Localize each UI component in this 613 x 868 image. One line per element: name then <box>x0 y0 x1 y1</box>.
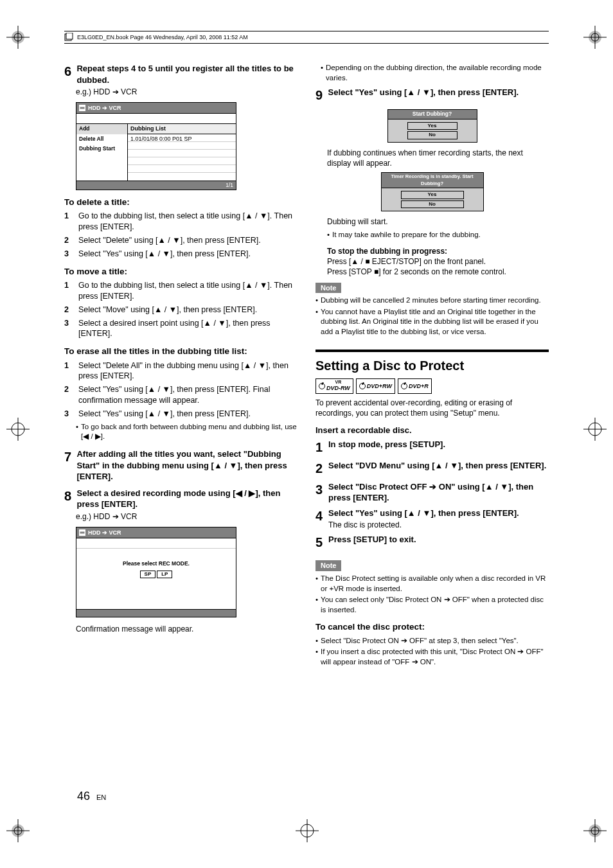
side-add: Add <box>76 124 127 134</box>
badge-dvd-rw: VRDVD-RW <box>315 378 353 393</box>
note-label: Note <box>315 283 341 294</box>
protect-step-5: 5 Press [SETUP] to exit. <box>315 534 549 551</box>
erase-steps: 1Select "Delete All" in the dubbing menu… <box>64 360 298 420</box>
step-text: After adding all the titles you want, se… <box>76 448 296 483</box>
timer-standby-dialog: Timer Recording is in standby. Start Dub… <box>381 172 484 211</box>
stop-line2: Press [STOP ■] for 2 seconds on the remo… <box>327 267 549 277</box>
crop-mark-bottom-left <box>6 819 30 842</box>
protect-intro: To prevent accidental over-recording, ed… <box>315 398 549 418</box>
left-column: 6 Repeat steps 4 to 5 until you register… <box>64 63 298 668</box>
stop-dubbing-head: To stop the dubbing in progress: <box>327 246 549 256</box>
top-bullet: •Depending on the dubbing direction, the… <box>321 63 549 83</box>
screen-titlebar: HDD ➔ VCR <box>76 527 236 538</box>
book-icon <box>64 33 73 42</box>
cancel-protect-head: To cancel the disc protect: <box>315 621 549 633</box>
step8-example: e.g.) HDD ➔ VCR <box>76 511 298 522</box>
step-number: 9 <box>315 87 326 104</box>
stop-line1: Press [▲ / ■ EJECT/STOP] on the front pa… <box>327 256 549 267</box>
step6-example: e.g.) HDD ➔ VCR <box>76 87 298 97</box>
hdd-icon <box>79 105 85 111</box>
rec-mode-screen: HDD ➔ VCR Please select REC MODE. SP LP <box>76 527 236 617</box>
move-title-head: To move a title: <box>64 266 298 278</box>
crop-mark-top-right <box>583 26 607 49</box>
erase-head: To erase all the titles in the dubbing t… <box>64 346 298 357</box>
disc-icon <box>359 383 366 389</box>
dubbing-list-row: 1.01/01/08 0:00 P01 SP <box>128 134 236 142</box>
insert-disc: Insert a recordable disc. <box>315 425 549 436</box>
dub-start-bullet: •It may take awhile to prepare for the d… <box>327 230 549 240</box>
svg-rect-28 <box>80 107 85 109</box>
cancel-list: •Select "Disc Protect ON ➔ OFF" at step … <box>315 636 549 668</box>
screen-titlebar: HDD ➔ VCR <box>76 103 236 114</box>
step-6: 6 Repeat steps 4 to 5 until you register… <box>64 63 298 97</box>
badge-dvd-plus-rw: DVD+RW <box>356 378 395 393</box>
dubbing-will-start: Dubbing will start. <box>327 217 549 227</box>
crop-mark-bottom-center <box>296 819 319 842</box>
step-text: Repeat steps 4 to 5 until you register a… <box>76 63 296 85</box>
side-delete-all: Delete All <box>76 134 127 144</box>
start-dubbing-dialog: Start Dubbing? Yes No <box>387 109 477 143</box>
page-number: 46 EN <box>77 788 106 804</box>
protect-step-2: 2 Select "DVD Menu" using [▲ / ▼], then … <box>315 460 549 477</box>
step-8: 8 Select a desired recording mode using … <box>64 488 298 522</box>
crop-mark-bottom-right <box>583 819 607 842</box>
dialog-header: Timer Recording is in standby. Start Dub… <box>382 173 483 188</box>
disc-icon <box>401 383 407 389</box>
step-9: 9 Select "Yes" using [▲ / ▼], then press… <box>315 87 549 104</box>
mode-sp: SP <box>140 571 156 579</box>
crop-mark-mid-right <box>583 418 607 441</box>
step-text: Select a desired recording mode using [◀… <box>76 488 296 510</box>
badge-dvd-plus-r: DVD+R <box>398 378 432 393</box>
protect-step-1: 1 In stop mode, press [SETUP]. <box>315 439 549 456</box>
crop-mark-mid-left <box>6 418 30 441</box>
note-list-2: •The Disc Protect setting is available o… <box>315 574 549 615</box>
screen-title: HDD ➔ VCR <box>88 104 121 112</box>
side-dubbing-start: Dubbing Start <box>76 144 127 154</box>
move-steps: 1Go to the dubbing list, then select a t… <box>64 280 298 339</box>
step-text: Select "Yes" using [▲ / ▼], then press [… <box>328 87 547 98</box>
rec-mode-msg: Please select REC MODE. <box>79 560 233 567</box>
step-number: 7 <box>64 448 75 466</box>
crop-mark-top-left <box>6 26 30 49</box>
dialog-yes: Yes <box>407 122 458 130</box>
protect-step-3: 3 Select "Disc Protect OFF ➔ ON" using [… <box>315 481 549 504</box>
erase-note: •To go back and forth between dubbing me… <box>76 422 298 442</box>
step-number: 8 <box>64 488 75 505</box>
dialog-no: No <box>407 131 458 139</box>
step-number: 6 <box>64 63 75 80</box>
dubbing-list-header: Dubbing List <box>128 124 236 134</box>
dialog-header: Start Dubbing? <box>388 110 477 119</box>
disc-icon <box>319 383 325 389</box>
page: E3LG0ED_EN.book Page 46 Wednesday, April… <box>0 0 613 868</box>
right-column: •Depending on the dubbing direction, the… <box>315 63 549 668</box>
header-book-info: E3LG0ED_EN.book Page 46 Wednesday, April… <box>64 31 549 44</box>
note-list-1: •Dubbing will be cancelled 2 minutes bef… <box>315 296 549 337</box>
dubbing-list-screen: HDD ➔ VCR Add Delete All Dubbing Start D… <box>76 102 236 190</box>
mode-lp: LP <box>157 571 172 579</box>
hdd-icon <box>79 529 85 536</box>
header-text: E3LG0ED_EN.book Page 46 Wednesday, April… <box>77 33 248 41</box>
dialog-yes: Yes <box>401 191 464 199</box>
after-dialog1: If dubbing continues when timer recordin… <box>327 148 549 168</box>
note-label-2: Note <box>315 560 341 571</box>
content-columns: 6 Repeat steps 4 to 5 until you register… <box>64 63 549 668</box>
section-divider <box>315 350 549 352</box>
svg-rect-26 <box>66 33 73 39</box>
svg-rect-30 <box>80 531 85 534</box>
delete-steps: 1Go to the dubbing list, then select a t… <box>64 211 298 260</box>
confirm-msg: Confirmation message will appear. <box>76 624 298 634</box>
delete-title-head: To delete a title: <box>64 197 298 208</box>
step-7: 7 After adding all the titles you want, … <box>64 448 298 483</box>
protect-step-4: 4 Select "Yes" using [▲ / ▼], then press… <box>315 508 549 531</box>
screen-title: HDD ➔ VCR <box>88 529 121 536</box>
dialog-no: No <box>401 200 464 209</box>
section-title: Setting a Disc to Protect <box>315 357 549 375</box>
screen-footer: 1/1 <box>76 181 236 190</box>
disc-badges: VRDVD-RW DVD+RW DVD+R <box>315 378 549 393</box>
